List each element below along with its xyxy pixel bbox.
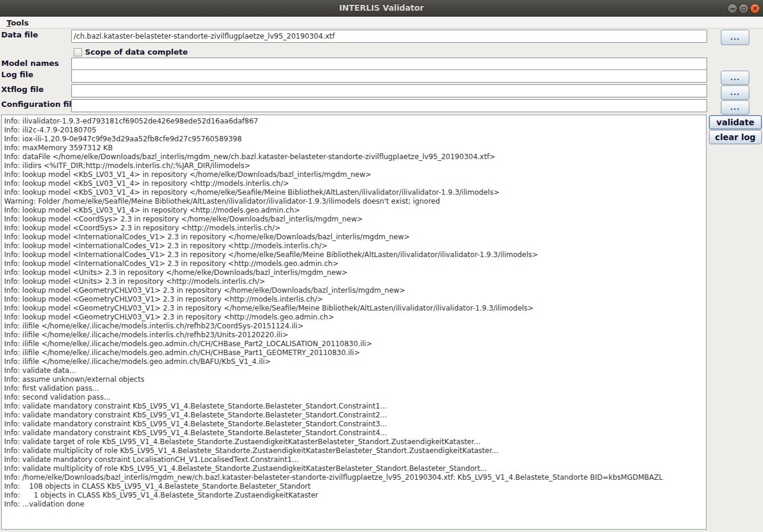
log-line: Info: lookup model <Units> 2.3 in reposi… (4, 268, 706, 277)
log-line: Info: ilifile </home/elke/.ilicache/mode… (4, 349, 706, 357)
log-line: Info: ilifile </home/elke/.ilicache/mode… (4, 357, 706, 366)
log-line: Info: validate mandatory constraint KbS_… (4, 411, 706, 420)
xtflog-file-label: Xtflog file (1, 85, 44, 94)
window-title: INTERLIS Validator (0, 3, 763, 12)
titlebar[interactable]: INTERLIS Validator ✕ (0, 0, 763, 17)
log-line: Info: 1 objects in CLASS KbS_LV95_V1_4.B… (4, 491, 706, 500)
xtflog-file-input[interactable] (71, 84, 707, 97)
log-line: Info: lookup model <InternationalCodes_V… (4, 242, 706, 251)
log-line: Info: lookup model <InternationalCodes_V… (4, 259, 706, 268)
model-names-label: Model names (1, 59, 59, 68)
log-line: Info: ilifile </home/elke/.ilicache/mode… (4, 331, 706, 340)
maximize-icon (742, 7, 746, 11)
data-file-browse-button[interactable]: ... (721, 30, 749, 45)
log-line: Info: lookup model <CoordSys> 2.3 in rep… (4, 224, 706, 233)
log-line: Info: ilifile </home/elke/.ilicache/mode… (4, 322, 706, 331)
configuration-file-label: Configuration file (1, 100, 77, 109)
menubar: Tools (0, 17, 763, 28)
data-file-label: Data file (1, 30, 38, 39)
minimize-button[interactable] (727, 4, 737, 14)
log-file-label: Log file (1, 70, 33, 79)
xtflog-file-browse-button[interactable]: ... (721, 86, 749, 100)
log-line: Info: /home/elke/Downloads/bazl_interlis… (4, 473, 706, 482)
log-line: Info: maxMemory 3597312 KB (4, 144, 706, 153)
log-line: Info: assume unknown/external objects (4, 375, 706, 384)
log-line: Info: iox-ili-1.20.9-0e947c9f9e3d29aa52f… (4, 135, 706, 144)
log-line: Info: lookup model <InternationalCodes_V… (4, 251, 706, 259)
data-file-input[interactable] (71, 30, 707, 43)
scope-checkbox[interactable] (74, 48, 82, 56)
log-line: Info: validate data... (4, 366, 706, 375)
close-icon: ✕ (752, 5, 758, 12)
log-line: Info: lookup model <Units> 2.3 in reposi… (4, 277, 706, 286)
log-line: Info: validate target of role KbS_LV95_V… (4, 438, 706, 446)
log-line: Info: ilifile </home/elke/.ilicache/mode… (4, 340, 706, 349)
log-line: Info: validate mandatory constraint Loca… (4, 455, 706, 464)
log-line: Info: ilidirs <%ITF_DIR;http://models.in… (4, 162, 706, 170)
log-line: Info: dataFile </home/elke/Downloads/baz… (4, 153, 706, 162)
log-line: Info: second validation pass... (4, 393, 706, 402)
log-line: Info: validate multiplicity of role KbS_… (4, 464, 706, 473)
validate-button[interactable]: validate (709, 115, 762, 129)
log-line: Info: lookup model <GeometryCHLV03_V1> 2… (4, 295, 706, 304)
log-file-input[interactable] (71, 69, 707, 83)
log-line: Info: validate mandatory constraint KbS_… (4, 429, 706, 438)
log-line: Info: lookup model <GeometryCHLV03_V1> 2… (4, 286, 706, 295)
close-button[interactable]: ✕ (750, 4, 760, 14)
log-line: Info: lookup model <CoordSys> 2.3 in rep… (4, 215, 706, 224)
log-line: Info: ilivalidator-1.9.3-ed793181cf69052… (4, 117, 706, 126)
log-line: Info: validate mandatory constraint KbS_… (4, 402, 706, 411)
log-line: Info: lookup model <InternationalCodes_V… (4, 233, 706, 242)
log-line: Info: first validation pass... (4, 384, 706, 393)
log-line: Info: validate mandatory constraint KbS_… (4, 420, 706, 429)
log-line: Info: ili2c-4.7.9-20180705 (4, 126, 706, 135)
model-names-input[interactable] (71, 58, 707, 71)
log-panel[interactable]: Info: ilivalidator-1.9.3-ed793181cf69052… (1, 115, 707, 530)
minimize-icon (730, 8, 735, 10)
configuration-file-input[interactable] (71, 99, 707, 112)
log-line: Warning: Folder /home/elke/Seafile/Meine… (4, 197, 706, 206)
configuration-file-browse-button[interactable]: ... (721, 100, 749, 115)
log-line: Info: ...validation done (4, 500, 706, 509)
log-line: Info: lookup model <KbS_LV03_V1_4> in re… (4, 206, 706, 215)
log-line: Info: lookup model <GeometryCHLV03_V1> 2… (4, 313, 706, 322)
scope-checkbox-label: Scope of data complete (85, 48, 188, 56)
log-output: Info: ilivalidator-1.9.3-ed793181cf69052… (2, 115, 706, 509)
log-line: Info: validate multiplicity of role KbS_… (4, 446, 706, 455)
clear-log-button[interactable]: clear log (709, 130, 762, 144)
log-file-browse-button[interactable]: ... (721, 71, 749, 85)
menu-tools[interactable]: Tools (5, 18, 30, 27)
log-line: Info: 108 objects in CLASS KbS_LV95_V1_4… (4, 482, 706, 491)
log-line: Info: lookup model <KbS_LV03_V1_4> in re… (4, 188, 706, 197)
log-line: Info: lookup model <KbS_LV03_V1_4> in re… (4, 179, 706, 188)
log-line: Info: lookup model <KbS_LV03_V1_4> in re… (4, 170, 706, 179)
log-line: Info: lookup model <GeometryCHLV03_V1> 2… (4, 304, 706, 313)
maximize-button[interactable] (739, 4, 749, 14)
